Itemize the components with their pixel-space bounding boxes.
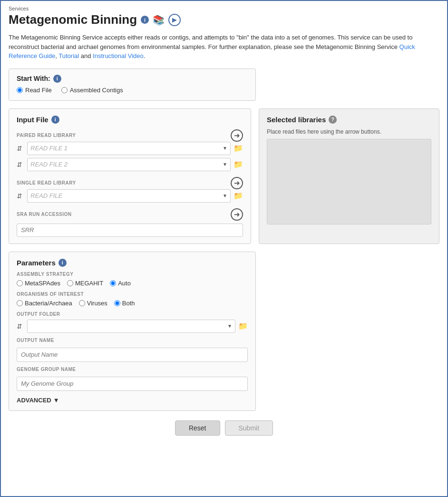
single-circle-arrow: ➜ [231, 177, 243, 189]
start-with-read-file-label: Read File [25, 87, 52, 94]
paired-label: PAIRED READ LIBRARY [17, 133, 76, 138]
assembly-auto[interactable]: Auto [110, 280, 131, 287]
start-with-info-icon[interactable]: i [53, 75, 61, 83]
folder-icon-1[interactable]: 📁 [234, 144, 243, 153]
read-file-2-arrow: ▼ [222, 162, 228, 167]
description: The Metagenomic Binning Service accepts … [9, 33, 439, 61]
folder-icon-2[interactable]: 📁 [234, 160, 243, 169]
reset-button[interactable]: Reset [175, 420, 220, 436]
organisms-viruses-radio[interactable] [79, 300, 85, 306]
play-icon[interactable]: ▶ [168, 14, 181, 26]
input-file-title: Input File i [17, 116, 243, 124]
single-label: SINGLE READ LIBRARY [17, 180, 76, 185]
parameters-info-icon[interactable]: i [58, 259, 67, 267]
assembly-metaspades-label: MetaSPAdes [25, 280, 60, 287]
page-title: Metagenomic Binning [9, 12, 137, 27]
output-name-section: OUTPUT NAME [17, 338, 248, 362]
start-with-assembled-contigs-label: Assembled Contigs [70, 87, 123, 94]
start-with-box: Start With: i Read File Assembled Contig… [9, 68, 256, 101]
output-name-input[interactable] [17, 348, 248, 362]
assembly-metaspades[interactable]: MetaSPAdes [17, 280, 60, 287]
assembly-megahit-label: MEGAHIT [75, 280, 103, 287]
link-comma: , [55, 52, 57, 59]
organisms-both-radio[interactable] [114, 300, 120, 306]
input-file-panel: Input File i PAIRED READ LIBRARY ➜ ⇵ REA… [9, 108, 251, 244]
page-wrapper: Services Metagenomic Binning i 📚 ▶ The M… [0, 0, 448, 497]
parameters-box: Parameters i ASSEMBLY STRATEGY MetaSPAde… [9, 252, 256, 411]
read-file-1-arrow: ▼ [222, 146, 228, 151]
organisms-viruses-label: Viruses [87, 300, 107, 307]
main-columns: Input File i PAIRED READ LIBRARY ➜ ⇵ REA… [9, 108, 439, 244]
sra-label: SRA RUN ACCESSION [17, 212, 72, 217]
organisms-bacteria[interactable]: Bacteria/Archaea [17, 300, 72, 307]
assembly-auto-label: Auto [118, 280, 131, 287]
submit-button[interactable]: Submit [225, 420, 273, 436]
organisms-both-label: Both [122, 300, 135, 307]
read-file-2-dropdown[interactable]: READ FILE 2 ▼ [27, 158, 231, 171]
single-section-header: SINGLE READ LIBRARY ➜ [17, 177, 243, 189]
sort-icon-1: ⇵ [17, 145, 24, 152]
sra-circle-arrow: ➜ [231, 208, 243, 221]
read-file-2-placeholder: READ FILE 2 [30, 161, 222, 168]
start-with-radio-group: Read File Assembled Contigs [17, 87, 248, 94]
organisms-label: ORGANISMS OF INTEREST [17, 292, 248, 297]
advanced-label: ADVANCED [17, 397, 51, 404]
start-with-assembled-contigs[interactable]: Assembled Contigs [61, 87, 123, 94]
read-file-1-dropdown[interactable]: READ FILE 1 ▼ [27, 142, 231, 155]
sra-arrow-button[interactable]: ➜ [231, 208, 243, 221]
parameters-title: Parameters i [17, 259, 248, 267]
assembly-metaspades-radio[interactable] [17, 280, 23, 286]
output-folder-label: OUTPUT FOLDER [17, 312, 248, 317]
title-info-icon[interactable]: i [141, 16, 149, 24]
start-with-read-file[interactable]: Read File [17, 87, 52, 94]
selected-libraries-title: Selected libraries ? [267, 116, 431, 124]
description-text-1: The Metagenomic Binning Service accepts … [9, 34, 412, 50]
paired-arrow-button[interactable]: ➜ [231, 129, 243, 142]
organisms-bacteria-radio[interactable] [17, 300, 23, 306]
output-name-label: OUTPUT NAME [17, 338, 248, 343]
bottom-buttons: Reset Submit [9, 420, 439, 436]
output-folder-arrow: ▼ [226, 323, 233, 329]
single-arrow-button[interactable]: ➜ [231, 177, 243, 189]
genome-group-input[interactable] [17, 377, 248, 391]
organisms-bacteria-label: Bacteria/Archaea [25, 300, 72, 307]
assembly-auto-radio[interactable] [110, 280, 116, 286]
genome-group-label: GENOME GROUP NAME [17, 367, 248, 372]
link-and: and [79, 52, 93, 59]
input-file-info-icon[interactable]: i [51, 116, 59, 124]
organisms-both[interactable]: Both [114, 300, 135, 307]
description-end: . [144, 52, 146, 59]
output-folder-row: ⇵ ▼ 📁 [17, 320, 248, 333]
link-video[interactable]: Instructional Video [93, 52, 144, 59]
sort-icon-3: ⇵ [17, 192, 24, 200]
selected-libraries-hint: Place read files here using the arrow bu… [267, 128, 431, 135]
assembly-megahit-radio[interactable] [67, 280, 73, 286]
sra-input[interactable] [17, 224, 243, 237]
paired-circle-arrow: ➜ [231, 129, 243, 142]
folder-icon-3[interactable]: 📁 [234, 191, 243, 200]
start-with-assembled-contigs-radio[interactable] [61, 87, 68, 93]
sra-section-header: SRA RUN ACCESSION ➜ [17, 208, 243, 221]
output-folder-section: OUTPUT FOLDER ⇵ ▼ 📁 [17, 312, 248, 333]
start-with-label: Start With: [17, 75, 50, 82]
advanced-row[interactable]: ADVANCED ▼ [17, 397, 248, 404]
paired-section-header: PAIRED READ LIBRARY ➜ [17, 129, 243, 142]
sort-icon-2: ⇵ [17, 161, 24, 168]
start-with-label-row: Start With: i [17, 75, 248, 83]
single-read-file-dropdown[interactable]: READ FILE ▼ [27, 189, 231, 203]
genome-group-section: GENOME GROUP NAME [17, 367, 248, 391]
start-with-read-file-radio[interactable] [17, 87, 23, 93]
book-icon[interactable]: 📚 [153, 14, 165, 26]
title-row: Metagenomic Binning i 📚 ▶ [9, 12, 439, 27]
output-folder-dropdown[interactable]: ▼ [27, 320, 235, 333]
selected-libraries-help-icon[interactable]: ? [329, 116, 337, 124]
services-label: Services [9, 6, 439, 11]
input-file-title-text: Input File [17, 116, 49, 124]
organisms-viruses[interactable]: Viruses [79, 300, 107, 307]
link-tutorial[interactable]: Tutorial [58, 52, 79, 59]
output-folder-sort-icon: ⇵ [17, 322, 24, 330]
output-folder-icon[interactable]: 📁 [238, 322, 248, 331]
organisms-options: Bacteria/Archaea Viruses Both [17, 300, 248, 307]
assembly-megahit[interactable]: MEGAHIT [67, 280, 103, 287]
read-file-1-row: ⇵ READ FILE 1 ▼ 📁 [17, 142, 243, 155]
